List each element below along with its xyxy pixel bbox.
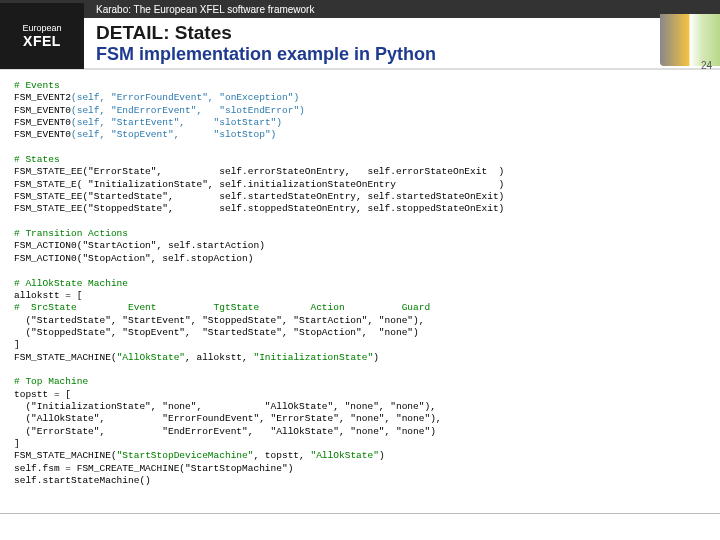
xfel-logo: European XFEL	[0, 3, 84, 69]
slide-subtitle: FSM implementation example in Python	[96, 44, 436, 65]
code-block: # Events FSM_EVENT2(self, "ErrorFoundEve…	[0, 70, 720, 497]
framework-label: Karabo: The European XFEL software frame…	[0, 1, 720, 18]
beam-graphic	[660, 14, 720, 66]
footer-divider	[0, 513, 720, 514]
slide: Karabo: The European XFEL software frame…	[0, 0, 720, 540]
title-row: European XFEL DETAIL: States FSM impleme…	[0, 18, 720, 70]
slide-number: 24	[701, 60, 712, 71]
slide-title: DETAIL: States	[96, 22, 436, 44]
